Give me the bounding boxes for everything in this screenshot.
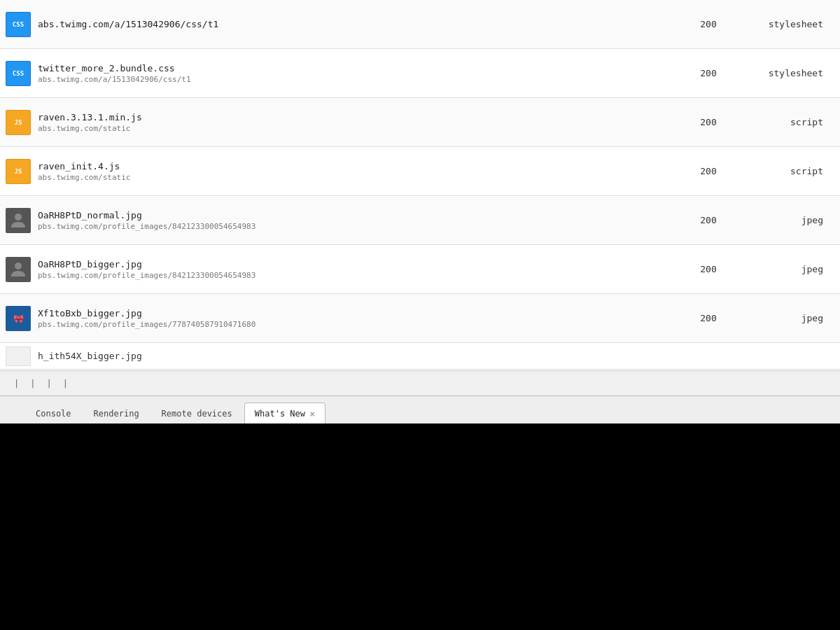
status-code: 200 xyxy=(666,117,750,127)
table-row[interactable]: OaRH8PtD_normal.jpgpbs.twimg.com/profile… xyxy=(0,196,840,245)
tabs-container: ConsoleRenderingRemote devicesWhat's New… xyxy=(25,402,327,424)
bottom-tabs: ConsoleRenderingRemote devicesWhat's New… xyxy=(0,396,840,424)
devtools-panel: CSSabs.twimg.com/a/1513042906/css/t1200s… xyxy=(0,0,840,424)
network-table: CSSabs.twimg.com/a/1513042906/css/t1200s… xyxy=(0,0,840,370)
table-row[interactable]: CSSabs.twimg.com/a/1513042906/css/t1200s… xyxy=(0,0,840,49)
file-url: pbs.twimg.com/profile_images/84212330005… xyxy=(38,271,666,280)
svg-text:🎀: 🎀 xyxy=(13,314,24,324)
file-icon: CSS xyxy=(6,12,31,37)
file-url: abs.twimg.com/static xyxy=(38,124,666,133)
svg-point-1 xyxy=(15,262,22,270)
file-icon: JS xyxy=(6,159,31,184)
tab-label: Rendering xyxy=(94,409,139,419)
file-icon: JS xyxy=(6,110,31,135)
status-code: 200 xyxy=(666,313,750,323)
partial-filename: h_ith54X_bigger.jpg xyxy=(38,351,142,361)
table-row[interactable]: JSraven_init.4.jsabs.twimg.com/static200… xyxy=(0,147,840,196)
file-info: raven_init.4.jsabs.twimg.com/static xyxy=(38,161,666,182)
file-name: abs.twimg.com/a/1513042906/css/t1 xyxy=(38,19,666,29)
status-code: 200 xyxy=(666,166,750,176)
tab-label: What's New xyxy=(255,409,305,419)
table-row[interactable]: JSraven.3.13.1.min.jsabs.twimg.com/stati… xyxy=(0,98,840,147)
resource-type: stylesheet xyxy=(750,19,834,29)
tab-console[interactable]: Console xyxy=(25,402,82,424)
file-url: pbs.twimg.com/profile_images/77874058791… xyxy=(38,320,666,329)
tab-label: Console xyxy=(36,409,71,419)
file-info: raven.3.13.1.min.jsabs.twimg.com/static xyxy=(38,112,666,133)
file-icon: 🎀 xyxy=(6,306,31,331)
table-row[interactable]: CSStwitter_more_2.bundle.cssabs.twimg.co… xyxy=(0,49,840,98)
status-code: 200 xyxy=(666,264,750,274)
tab-remote-devices[interactable]: Remote devices xyxy=(151,402,243,424)
partial-icon xyxy=(6,346,31,366)
file-info: abs.twimg.com/a/1513042906/css/t1 xyxy=(38,19,666,29)
file-url: abs.twimg.com/a/1513042906/css/t1 xyxy=(38,75,666,84)
tab-label: Remote devices xyxy=(162,409,232,419)
file-name: OaRH8PtD_normal.jpg xyxy=(38,210,666,220)
tab-rendering[interactable]: Rendering xyxy=(83,402,150,424)
file-icon xyxy=(6,208,31,233)
file-icon: CSS xyxy=(6,61,31,86)
resource-type: script xyxy=(750,166,834,176)
status-code: 200 xyxy=(666,68,750,78)
table-row[interactable]: 🎀Xf1toBxb_bigger.jpgpbs.twimg.com/profil… xyxy=(0,294,840,343)
status-code: 200 xyxy=(666,19,750,29)
black-area xyxy=(0,424,840,630)
table-row[interactable]: OaRH8PtD_bigger.jpgpbs.twimg.com/profile… xyxy=(0,245,840,294)
file-info: OaRH8PtD_bigger.jpgpbs.twimg.com/profile… xyxy=(38,259,666,280)
partial-row[interactable]: h_ith54X_bigger.jpg xyxy=(0,343,840,370)
more-tabs-button[interactable] xyxy=(3,402,22,424)
resource-type: jpeg xyxy=(750,215,834,225)
status-code: 200 xyxy=(666,215,750,225)
svg-point-0 xyxy=(15,214,22,220)
file-name: raven.3.13.1.min.js xyxy=(38,112,666,122)
resource-type: jpeg xyxy=(750,313,834,323)
file-url: pbs.twimg.com/profile_images/84212330005… xyxy=(38,222,666,231)
file-name: OaRH8PtD_bigger.jpg xyxy=(38,259,666,270)
tab-close-button[interactable]: × xyxy=(309,409,315,419)
resource-type: stylesheet xyxy=(750,68,834,78)
file-info: Xf1toBxb_bigger.jpgpbs.twimg.com/profile… xyxy=(38,308,666,329)
file-icon xyxy=(6,257,31,282)
resource-type: jpeg xyxy=(750,264,834,274)
file-name: twitter_more_2.bundle.css xyxy=(38,63,666,74)
file-name: raven_init.4.js xyxy=(38,161,666,172)
file-info: OaRH8PtD_normal.jpgpbs.twimg.com/profile… xyxy=(38,210,666,231)
tab-what's-new[interactable]: What's New× xyxy=(244,402,326,424)
file-info: twitter_more_2.bundle.cssabs.twimg.com/a… xyxy=(38,63,666,84)
file-name: Xf1toBxb_bigger.jpg xyxy=(38,308,666,318)
status-bar: | | | | xyxy=(0,370,840,396)
file-url: abs.twimg.com/static xyxy=(38,173,666,182)
resource-type: script xyxy=(750,117,834,127)
